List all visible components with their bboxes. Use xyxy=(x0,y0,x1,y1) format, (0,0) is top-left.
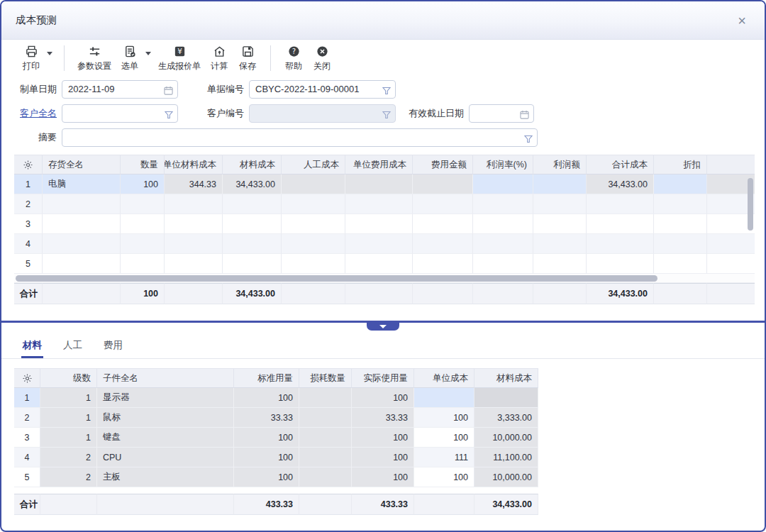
cell[interactable]: 键盘 xyxy=(97,428,234,448)
parameter-settings-button[interactable]: 参数设置 xyxy=(73,45,116,72)
cell[interactable] xyxy=(299,388,352,408)
cell[interactable] xyxy=(473,254,533,274)
cell[interactable] xyxy=(413,234,473,254)
print-dropdown-icon[interactable] xyxy=(47,52,52,55)
save-button[interactable]: 保存 xyxy=(233,45,262,72)
cell[interactable] xyxy=(654,194,707,214)
valid-until-input[interactable] xyxy=(469,104,534,123)
cell[interactable]: 33.33 xyxy=(234,408,299,428)
scrollbar-thumb[interactable] xyxy=(16,275,657,282)
row-number[interactable]: 2 xyxy=(14,408,40,428)
cell[interactable] xyxy=(707,254,755,274)
cell[interactable]: 100 xyxy=(234,467,299,487)
cell[interactable]: 100 xyxy=(414,428,474,448)
horizontal-scrollbar[interactable] xyxy=(14,274,755,283)
cell[interactable]: 显示器 xyxy=(97,388,234,408)
table-row[interactable]: 5 xyxy=(14,254,755,274)
cell[interactable]: 100 xyxy=(352,388,414,408)
customer-name-link[interactable]: 客户全名 xyxy=(16,107,57,120)
cell[interactable] xyxy=(121,194,165,214)
cell[interactable]: 3,333.00 xyxy=(474,408,538,428)
cell[interactable] xyxy=(43,194,121,214)
cell[interactable] xyxy=(413,194,473,214)
cell[interactable] xyxy=(587,254,654,274)
cell[interactable] xyxy=(654,254,707,274)
row-number[interactable]: 3 xyxy=(14,428,40,448)
customer-name-input[interactable] xyxy=(62,104,178,123)
tab-labor[interactable]: 人工 xyxy=(63,339,82,358)
calculate-button[interactable]: 计算 xyxy=(205,45,233,72)
cell[interactable]: 33.33 xyxy=(352,408,414,428)
cell[interactable] xyxy=(345,174,413,194)
cell[interactable] xyxy=(43,234,121,254)
cell[interactable]: 100 xyxy=(352,428,414,448)
cell[interactable] xyxy=(473,214,533,234)
cell[interactable] xyxy=(533,254,587,274)
table-row[interactable]: 31键盘10010010010,000.00 xyxy=(14,428,538,448)
row-number[interactable]: 3 xyxy=(14,214,43,234)
row-number[interactable]: 1 xyxy=(14,388,40,408)
row-number[interactable]: 5 xyxy=(14,254,43,274)
cell[interactable] xyxy=(282,214,345,234)
table-row[interactable]: 21鼠标33.3333.331003,333.00 xyxy=(14,408,538,428)
cell[interactable] xyxy=(282,174,345,194)
cell[interactable]: CPU xyxy=(97,448,234,467)
cell[interactable] xyxy=(299,448,352,467)
row-number[interactable]: 2 xyxy=(14,194,43,214)
grid-settings-icon[interactable] xyxy=(14,155,43,174)
table-row[interactable]: 3 xyxy=(14,214,755,234)
select-order-dropdown-icon[interactable] xyxy=(145,52,151,55)
cell[interactable]: 鼠标 xyxy=(97,408,234,428)
cell[interactable] xyxy=(707,234,755,254)
cell[interactable] xyxy=(587,214,654,234)
cell[interactable]: 100 xyxy=(234,388,299,408)
cell[interactable]: 电脑 xyxy=(43,174,121,194)
table-row[interactable]: 42CPU10010011111,100.00 xyxy=(14,448,538,467)
cell[interactable] xyxy=(654,174,707,194)
cell[interactable]: 主板 xyxy=(97,467,234,487)
cell[interactable] xyxy=(299,428,352,448)
cell[interactable]: 100 xyxy=(414,467,474,487)
cell[interactable] xyxy=(43,214,121,234)
print-button[interactable]: 打印 xyxy=(17,45,45,72)
cell[interactable]: 344.33 xyxy=(165,174,223,194)
cell[interactable] xyxy=(533,174,587,194)
cell[interactable] xyxy=(654,214,707,234)
generate-quote-button[interactable]: ¥ 生成报价单 xyxy=(154,45,205,72)
help-button[interactable]: ? 帮助 xyxy=(279,45,308,72)
vertical-scrollbar[interactable] xyxy=(748,178,753,231)
close-icon[interactable]: × xyxy=(733,12,750,29)
row-number[interactable]: 5 xyxy=(14,467,40,487)
cell[interactable] xyxy=(413,214,473,234)
cell[interactable] xyxy=(165,234,223,254)
cell[interactable]: 10,000.00 xyxy=(474,467,538,487)
tab-expenses[interactable]: 费用 xyxy=(104,339,123,358)
cell[interactable] xyxy=(587,194,654,214)
cell[interactable] xyxy=(414,388,474,408)
cell[interactable] xyxy=(121,234,165,254)
summary-input[interactable] xyxy=(62,128,538,147)
cell[interactable] xyxy=(533,194,587,214)
grid-settings-icon[interactable] xyxy=(14,369,40,388)
cell[interactable]: 100 xyxy=(234,428,299,448)
cell[interactable] xyxy=(299,467,352,487)
cell[interactable]: 100 xyxy=(414,408,474,428)
cell[interactable]: 100 xyxy=(234,448,299,467)
table-row[interactable]: 52主板10010010010,000.00 xyxy=(14,467,538,487)
collapse-handle[interactable] xyxy=(367,323,399,331)
close-toolbar-button[interactable]: 关闭 xyxy=(308,45,336,72)
cell[interactable] xyxy=(474,388,538,408)
cell[interactable]: 1 xyxy=(40,388,97,408)
cell[interactable] xyxy=(654,234,707,254)
cell[interactable] xyxy=(587,234,654,254)
cell[interactable]: 34,433.00 xyxy=(223,174,282,194)
cell[interactable] xyxy=(165,214,223,234)
cell[interactable] xyxy=(223,254,282,274)
row-number[interactable]: 4 xyxy=(14,234,43,254)
cell[interactable] xyxy=(345,194,413,214)
cell[interactable]: 1 xyxy=(40,408,97,428)
cell[interactable] xyxy=(223,214,282,234)
cell[interactable] xyxy=(165,194,223,214)
cell[interactable] xyxy=(43,254,121,274)
cell[interactable] xyxy=(223,194,282,214)
